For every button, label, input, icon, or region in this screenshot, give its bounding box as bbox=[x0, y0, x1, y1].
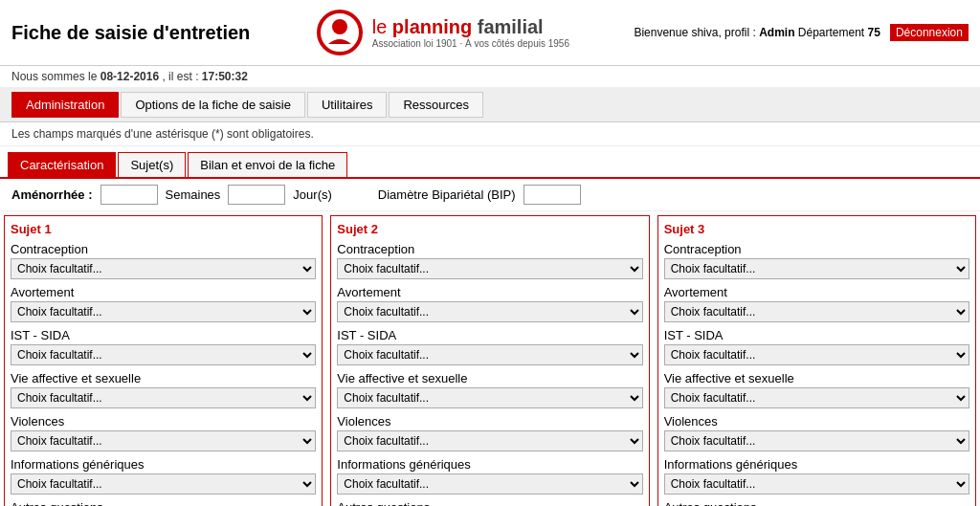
subject-3-vie-select[interactable]: Choix facultatif... bbox=[664, 387, 969, 408]
subject-1-contraception-label: Contraception bbox=[11, 242, 316, 256]
subject-2-ist-group: IST - SIDA Choix facultatif... bbox=[337, 328, 642, 365]
nav-item-administration[interactable]: Administration bbox=[11, 92, 119, 118]
nav-item-ressources[interactable]: Ressources bbox=[389, 92, 483, 118]
subject-1-violences-label: Violences bbox=[11, 414, 316, 429]
amenorrhee-label: Aménorrhée : bbox=[11, 187, 93, 202]
nav-item-options[interactable]: Options de la fiche de saisie bbox=[121, 92, 305, 118]
subject-3-avortement-group: Avortement Choix facultatif... bbox=[664, 285, 969, 322]
tab-caracterisation[interactable]: Caractérisation bbox=[8, 152, 116, 177]
subjects-top-row: Sujet 1 Contraception Choix facultatif..… bbox=[0, 211, 980, 506]
logo-icon bbox=[315, 8, 365, 57]
subject-2-box: Sujet 2 Contraception Choix facultatif..… bbox=[330, 215, 649, 506]
dept-label: Département bbox=[798, 26, 868, 39]
subject-3-contraception-group: Contraception Choix facultatif... bbox=[664, 242, 969, 279]
dept-value: 75 bbox=[868, 26, 880, 39]
tab-sujets[interactable]: Sujet(s) bbox=[118, 152, 186, 177]
subject-2-avortement-label: Avortement bbox=[337, 285, 642, 299]
subject-1-vie-group: Vie affective et sexuelle Choix facultat… bbox=[11, 371, 316, 408]
date-bar: Nous sommes le 08-12-2016 , il est : 17:… bbox=[0, 66, 980, 88]
header-title-block: Fiche de saisie d'entretien bbox=[11, 22, 250, 44]
subject-3-avortement-select[interactable]: Choix facultatif... bbox=[664, 301, 969, 322]
subject-1-vie-select[interactable]: Choix facultatif... bbox=[11, 387, 316, 408]
subject-2-violences-label: Violences bbox=[337, 414, 642, 429]
subject-3-contraception-select[interactable]: Choix facultatif... bbox=[664, 258, 969, 279]
semaines-label: Semaines bbox=[166, 187, 221, 202]
subject-3-vie-group: Vie affective et sexuelle Choix facultat… bbox=[664, 371, 969, 408]
subject-1-autres-group: Autres questions Choix facultatif... bbox=[11, 500, 316, 506]
nav-item-utilitaires[interactable]: Utilitaires bbox=[307, 92, 387, 118]
subject-1-avortement-label: Avortement bbox=[11, 285, 316, 299]
subject-2-contraception-select[interactable]: Choix facultatif... bbox=[337, 258, 642, 279]
subject-1-contraception-group: Contraception Choix facultatif... bbox=[11, 242, 316, 279]
subject-1-ist-group: IST - SIDA Choix facultatif... bbox=[11, 328, 316, 365]
required-notice: Les champs marqués d'une astérisque (*) … bbox=[0, 122, 980, 146]
subject-3-autres-group: Autres questions Choix facultatif... bbox=[664, 500, 969, 506]
subject-1-box: Sujet 1 Contraception Choix facultatif..… bbox=[4, 215, 323, 506]
bip-label: Diamètre Bipariétal (BIP) bbox=[378, 187, 516, 202]
header: Fiche de saisie d'entretien le planning … bbox=[0, 0, 980, 66]
logo-tagline: Association loi 1901 · À vos côtés depui… bbox=[372, 38, 569, 49]
subject-3-autres-label: Autres questions bbox=[664, 500, 969, 506]
subject-1-avortement-group: Avortement Choix facultatif... bbox=[11, 285, 316, 322]
welcome-text: Bienvenue shiva, profil : bbox=[634, 26, 755, 39]
subject-2-vie-group: Vie affective et sexuelle Choix facultat… bbox=[337, 371, 642, 408]
subject-2-contraception-label: Contraception bbox=[337, 242, 642, 256]
subject-2-violences-select[interactable]: Choix facultatif... bbox=[337, 430, 642, 451]
subject-3-ist-label: IST - SIDA bbox=[664, 328, 969, 342]
subject-2-violences-group: Violences Choix facultatif... bbox=[337, 414, 642, 451]
amenorrhee-bar: Aménorrhée : Semaines Jour(s) Diamètre B… bbox=[0, 179, 980, 211]
subject-2-avortement-group: Avortement Choix facultatif... bbox=[337, 285, 642, 322]
nav-bar: Administration Options de la fiche de sa… bbox=[0, 88, 980, 122]
subject-3-info-group: Informations génériques Choix facultatif… bbox=[664, 457, 969, 495]
subject-1-ist-label: IST - SIDA bbox=[11, 328, 316, 342]
bip-input[interactable] bbox=[523, 185, 581, 205]
subject-3-violences-label: Violences bbox=[664, 414, 969, 429]
subject-1-vie-label: Vie affective et sexuelle bbox=[11, 371, 316, 385]
subject-2-info-group: Informations génériques Choix facultatif… bbox=[337, 457, 642, 495]
subject-2-info-select[interactable]: Choix facultatif... bbox=[337, 473, 642, 495]
logout-button[interactable]: Déconnexion bbox=[890, 24, 969, 41]
logo-le: le bbox=[372, 16, 388, 37]
subject-1-violences-group: Violences Choix facultatif... bbox=[11, 414, 316, 451]
subject-3-info-select[interactable]: Choix facultatif... bbox=[664, 473, 969, 495]
tabs-bar: Caractérisation Sujet(s) Bilan et envoi … bbox=[0, 146, 980, 179]
profile-label: Admin bbox=[759, 26, 794, 39]
subject-1-title: Sujet 1 bbox=[11, 222, 316, 236]
tab-bilan[interactable]: Bilan et envoi de la fiche bbox=[188, 152, 347, 177]
subject-1-contraception-select[interactable]: Choix facultatif... bbox=[11, 258, 316, 279]
subject-1-info-group: Informations génériques Choix facultatif… bbox=[11, 457, 316, 495]
subject-2-vie-label: Vie affective et sexuelle bbox=[337, 371, 642, 385]
amenorrhee-jours-input[interactable] bbox=[228, 185, 285, 205]
subject-2-vie-select[interactable]: Choix facultatif... bbox=[337, 387, 642, 408]
subject-1-violences-select[interactable]: Choix facultatif... bbox=[11, 430, 316, 451]
subject-1-info-label: Informations génériques bbox=[11, 457, 316, 472]
subject-2-ist-select[interactable]: Choix facultatif... bbox=[337, 344, 642, 365]
subject-3-info-label: Informations génériques bbox=[664, 457, 969, 472]
header-right: Bienvenue shiva, profil : Admin Départem… bbox=[634, 26, 969, 39]
date-prefix: Nous sommes le bbox=[11, 70, 97, 83]
subject-1-avortement-select[interactable]: Choix facultatif... bbox=[11, 301, 316, 322]
subject-3-contraception-label: Contraception bbox=[664, 242, 969, 256]
logo-familial: familial bbox=[478, 16, 544, 37]
svg-point-1 bbox=[332, 19, 347, 34]
logo-block: le planning familial Association loi 190… bbox=[315, 8, 569, 57]
subject-2-title: Sujet 2 bbox=[337, 222, 642, 236]
subject-3-ist-group: IST - SIDA Choix facultatif... bbox=[664, 328, 969, 365]
date-value: 08-12-2016 bbox=[100, 70, 159, 83]
logo-planning: planning bbox=[392, 16, 472, 37]
subject-3-title: Sujet 3 bbox=[664, 222, 969, 236]
amenorrhee-semaines-input[interactable] bbox=[100, 185, 158, 205]
subject-2-autres-group: Autres questions Choix facultatif... bbox=[337, 500, 642, 506]
subject-3-box: Sujet 3 Contraception Choix facultatif..… bbox=[657, 215, 976, 506]
subject-3-violences-group: Violences Choix facultatif... bbox=[664, 414, 969, 451]
subject-2-ist-label: IST - SIDA bbox=[337, 328, 642, 342]
subject-1-autres-label: Autres questions bbox=[11, 500, 316, 506]
subject-3-ist-select[interactable]: Choix facultatif... bbox=[664, 344, 969, 365]
logo-brand: le planning familial bbox=[372, 16, 569, 38]
subject-2-avortement-select[interactable]: Choix facultatif... bbox=[337, 301, 642, 322]
subject-1-info-select[interactable]: Choix facultatif... bbox=[11, 473, 316, 495]
jours-label: Jour(s) bbox=[293, 187, 331, 202]
subject-3-violences-select[interactable]: Choix facultatif... bbox=[664, 430, 969, 451]
subject-3-vie-label: Vie affective et sexuelle bbox=[664, 371, 969, 385]
subject-1-ist-select[interactable]: Choix facultatif... bbox=[11, 344, 316, 365]
